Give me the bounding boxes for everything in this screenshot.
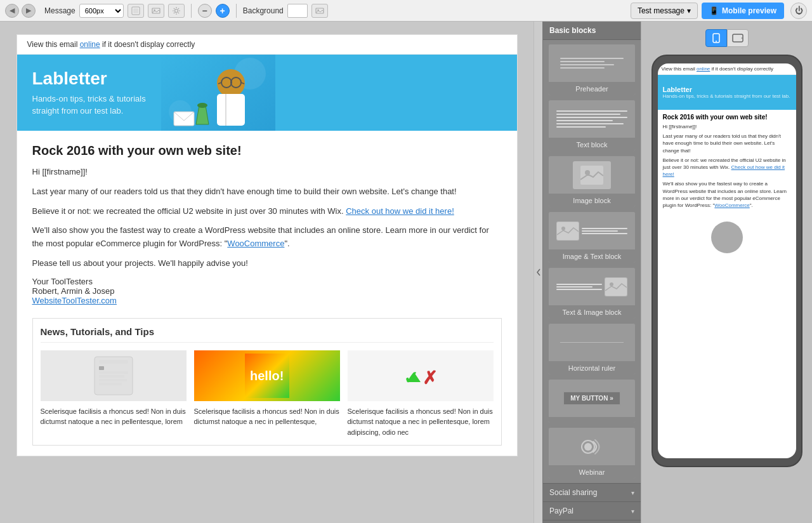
snippets-header[interactable]: My snippets ▾ bbox=[543, 520, 641, 523]
svg-rect-24 bbox=[99, 379, 127, 381]
phone-heading: Rock 2016 with your own web site! bbox=[663, 114, 791, 121]
email-body: Rock 2016 with your own web site! Hi [[f… bbox=[17, 131, 517, 318]
svg-rect-2 bbox=[152, 8, 160, 13]
phone-screen: View this email online if it doesn't dis… bbox=[658, 63, 796, 458]
news-text-2: Scelerisque facilisis a rhoncus sed! Non… bbox=[194, 406, 340, 427]
block-button-label bbox=[549, 418, 635, 423]
settings-btn[interactable] bbox=[168, 4, 185, 18]
main-toolbar: ◀ ▶ Message 600px500px700px − + Backgrou… bbox=[0, 0, 812, 22]
phone-para3: We'll also show you the fastest way to c… bbox=[663, 180, 791, 209]
toolbar-sep-1 bbox=[191, 4, 192, 18]
block-button-preview: MY BUTTON » bbox=[549, 380, 635, 418]
phone-scroll-circle bbox=[711, 222, 743, 253]
svg-rect-33 bbox=[557, 222, 579, 240]
sig-link[interactable]: WebsiteToolTester.com bbox=[32, 296, 117, 305]
para2-link[interactable]: Check out how we did it here! bbox=[346, 206, 454, 216]
toolbar-sep-2 bbox=[236, 4, 237, 18]
block-button[interactable]: MY BUTTON » bbox=[548, 379, 636, 423]
block-image-text-label: Image & Text block bbox=[549, 250, 635, 263]
phone-header-title: Labletter bbox=[663, 86, 790, 93]
para4: Please tell us about your projects. We'l… bbox=[32, 257, 502, 270]
color-picker-btn[interactable] bbox=[128, 4, 144, 18]
phone-para2: Believe it or not: we recreated the offi… bbox=[663, 157, 791, 178]
phone-content: View this email online if it doesn't dis… bbox=[658, 63, 796, 458]
zoom-in-btn[interactable]: + bbox=[216, 4, 230, 18]
news-image-1 bbox=[41, 350, 187, 401]
test-dropdown-arrow: ▾ bbox=[687, 6, 691, 15]
social-sharing-label: Social sharing bbox=[549, 488, 597, 497]
power-btn[interactable]: ⏻ bbox=[790, 3, 807, 19]
email-header: Labletter Hands-on tips, tricks & tutori… bbox=[17, 55, 517, 131]
news-item-2: hello! Scelerisque facilisis a rhoncus s… bbox=[194, 350, 340, 438]
paypal-section: PayPal ▾ bbox=[543, 501, 641, 520]
greeting: Hi [[firstname]]! bbox=[32, 166, 502, 179]
zoom-out-btn[interactable]: − bbox=[198, 4, 212, 18]
block-image-text[interactable]: Image & Text block bbox=[548, 211, 636, 263]
svg-point-38 bbox=[584, 443, 592, 451]
mobile-icon: 📱 bbox=[709, 6, 719, 15]
signature: Your ToolTesters Robert, Armin & Josep W… bbox=[32, 277, 502, 305]
para1: Last year many of our readers told us th… bbox=[32, 185, 502, 199]
header-image bbox=[161, 55, 275, 131]
social-sharing-header[interactable]: Social sharing ▾ bbox=[543, 483, 641, 501]
block-text-image[interactable]: Text & Image block bbox=[548, 267, 636, 319]
news-grid: Scelerisque facilisis a rhoncus sed! Non… bbox=[41, 350, 494, 438]
svg-text:✗: ✗ bbox=[422, 368, 437, 388]
test-message-btn[interactable]: Test message ▾ bbox=[631, 3, 698, 19]
svg-rect-35 bbox=[605, 278, 627, 296]
para3: We'll also show you the fastest way to c… bbox=[32, 224, 502, 251]
block-preheader[interactable]: Preheader bbox=[548, 44, 636, 96]
para3-link[interactable]: WooCommerce bbox=[227, 239, 284, 248]
phone-para3-link[interactable]: WooCommerce bbox=[714, 202, 749, 208]
block-webinar[interactable]: Webinar bbox=[548, 427, 636, 479]
phone-preheader: View this email online if it doesn't dis… bbox=[658, 63, 796, 75]
svg-point-34 bbox=[561, 227, 565, 230]
header-text-block: Labletter Hands-on tips, tricks & tutori… bbox=[17, 56, 161, 130]
sidebar-collapse-handle[interactable] bbox=[534, 22, 542, 523]
canvas-area: View this email online if it doesn't dis… bbox=[0, 22, 534, 523]
background-color-swatch[interactable] bbox=[287, 4, 308, 18]
block-image[interactable]: Image block bbox=[548, 156, 636, 208]
canvas-inner: View this email online if it doesn't dis… bbox=[13, 22, 521, 523]
blocks-section-title: Basic blocks bbox=[543, 22, 641, 40]
back-button[interactable]: ◀ bbox=[5, 4, 19, 18]
svg-rect-20 bbox=[99, 360, 128, 364]
preheader-link[interactable]: online bbox=[80, 40, 100, 49]
nav-buttons: ◀ ▶ bbox=[5, 4, 36, 18]
block-image-preview bbox=[549, 156, 635, 194]
phone-para1: Last year many of our readers told us th… bbox=[663, 133, 791, 154]
svg-point-17 bbox=[197, 103, 207, 108]
header-subtitle: Hands-on tips, tricks & tutorialsstraigh… bbox=[32, 93, 146, 117]
svg-rect-5 bbox=[316, 8, 324, 13]
sig-line-1: Your ToolTesters bbox=[32, 277, 502, 286]
svg-rect-22 bbox=[99, 371, 128, 374]
svg-rect-21 bbox=[99, 366, 104, 370]
phone-view-btn[interactable] bbox=[705, 29, 727, 47]
para2-before: Believe it or not: we recreated the offi… bbox=[32, 206, 346, 216]
block-hr[interactable]: Horizontal ruler bbox=[548, 323, 636, 375]
scientist-svg bbox=[161, 55, 275, 131]
phone-header-text: Labletter Hands-on tips, tricks & tutori… bbox=[663, 86, 790, 99]
size-select[interactable]: 600px500px700px bbox=[79, 4, 124, 18]
forward-button[interactable]: ▶ bbox=[22, 4, 36, 18]
paypal-header[interactable]: PayPal ▾ bbox=[543, 501, 641, 520]
social-sharing-arrow: ▾ bbox=[631, 489, 634, 496]
block-text[interactable]: Text block bbox=[548, 100, 636, 152]
svg-text:hello!: hello! bbox=[250, 369, 284, 383]
mobile-preview-btn[interactable]: 📱 Mobile preview bbox=[702, 3, 784, 19]
paypal-arrow: ▾ bbox=[631, 508, 634, 515]
phone-online-link[interactable]: online bbox=[697, 66, 710, 72]
phone-header: Labletter Hands-on tips, tricks & tutori… bbox=[658, 75, 796, 110]
phone-header-sub: Hands-on tips, tricks & tutorials straig… bbox=[663, 93, 790, 99]
block-text-image-preview bbox=[549, 268, 635, 306]
preheader-suffix: if it doesn't display correctly bbox=[100, 40, 195, 49]
body-heading: Rock 2016 with your own web site! bbox=[32, 143, 502, 158]
block-image-text-preview bbox=[549, 212, 635, 250]
background-image-btn[interactable] bbox=[311, 4, 328, 18]
image-btn[interactable] bbox=[148, 4, 164, 18]
news-title: News, Tutorials, and Tips bbox=[41, 326, 494, 343]
tablet-view-btn[interactable] bbox=[727, 29, 749, 47]
paypal-label: PayPal bbox=[549, 506, 573, 515]
block-image-label: Image block bbox=[549, 194, 635, 207]
email-preheader: View this email online if it doesn't dis… bbox=[17, 35, 517, 55]
